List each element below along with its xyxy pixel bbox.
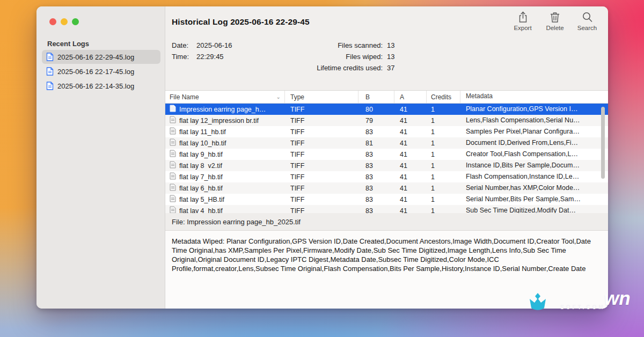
toolbar-button-label: Search — [577, 25, 597, 31]
selected-file-bar: File: Impression earring page_hb_2025.ti… — [165, 213, 608, 231]
stats-right: Files scanned:13Files wiped:13Lifetime c… — [165, 40, 404, 74]
close-window-button[interactable] — [49, 18, 56, 25]
stat-label: Files wiped: — [165, 53, 383, 61]
sidebar-item-log[interactable]: 2025-06-16 22-14-35.log — [42, 79, 160, 93]
log-file-icon — [46, 67, 54, 76]
cell-file-name: flat lay 8 v2.tif — [179, 162, 222, 170]
table-row[interactable]: flat lay 10_hb.tifTIFF81411Document ID,D… — [165, 137, 608, 149]
cell-after: 41 — [394, 162, 427, 170]
cell-type: TIFF — [285, 207, 358, 214]
stat-label: Files scanned: — [165, 41, 383, 49]
main-panel: Historical Log 2025-06-16 22-29-45 Expor… — [165, 6, 608, 309]
cell-before: 83 — [358, 162, 394, 170]
cell-credits: 1 — [427, 151, 460, 158]
file-icon — [170, 195, 176, 202]
column-header-a[interactable]: A — [394, 91, 427, 103]
cell-file-name: flat lay 10_hb.tif — [179, 140, 226, 147]
cell-file-name: flat lay 4_hb.tif — [179, 207, 223, 214]
page-title: Historical Log 2025-06-16 22-29-45 — [172, 17, 310, 27]
cell-credits: 1 — [427, 173, 460, 181]
cell-before: 83 — [358, 151, 394, 158]
cell-file-name: flat lay 7_hb.tif — [179, 173, 223, 181]
metadata-details-text: Metadata Wiped: Planar Configuration,GPS… — [172, 237, 591, 273]
export-button[interactable]: Export — [509, 11, 536, 31]
table-row[interactable]: flat lay 8 v2.tifTIFF83411Instance ID,Bi… — [165, 160, 608, 171]
stat-label: Lifetime credits used: — [165, 64, 383, 72]
table-row[interactable]: flat lay 6_hb.tifTIFF83411Serial Number,… — [165, 182, 608, 194]
log-file-icon — [46, 82, 54, 90]
table-row[interactable]: flat lay 11_hb.tifTIFF83411Samples Per P… — [165, 126, 608, 137]
watermark-text: wn — [604, 288, 631, 309]
cell-type: TIFF — [285, 185, 358, 192]
sidebar-item-log[interactable]: 2025-06-16 22-17-45.log — [42, 64, 160, 78]
cell-after: 41 — [394, 185, 427, 192]
search-button[interactable]: Search — [574, 11, 601, 31]
cell-credits: 1 — [427, 207, 460, 214]
file-icon — [170, 105, 176, 112]
vertical-scrollbar[interactable] — [601, 107, 605, 179]
log-file-name: 2025-06-16 22-29-45.log — [57, 53, 134, 61]
file-icon — [170, 127, 176, 135]
cell-credits: 1 — [427, 162, 460, 170]
file-icon-wrap — [170, 172, 176, 181]
table-row[interactable]: flat lay 9_hb.tifTIFF83411Creator Tool,F… — [165, 149, 608, 160]
file-icon — [170, 184, 176, 191]
cell-after: 41 — [394, 140, 427, 147]
cell-after: 41 — [394, 196, 427, 203]
cell-before: 83 — [358, 207, 394, 214]
cell-before: 83 — [358, 128, 394, 136]
file-icon-wrap — [170, 150, 176, 159]
cell-metadata: Document ID,Derived From,Lens,Fi… — [460, 137, 608, 149]
cell-before: 81 — [358, 140, 394, 147]
delete-button[interactable]: Delete — [541, 11, 568, 31]
desktop-background: Recent Logs 2025-06-16 22-29-45.log2025-… — [0, 0, 644, 337]
column-header-type[interactable]: Type — [285, 91, 358, 103]
stat-row: Lifetime credits used:37 — [165, 62, 404, 74]
table-row[interactable]: flat lay 12_impression br.tifTIFF79411Le… — [165, 115, 608, 126]
stat-value: 13 — [383, 53, 404, 61]
table-body: Impression earring page_h…TIFF80411Plana… — [165, 104, 608, 213]
table-row[interactable]: flat lay 7_hb.tifTIFF83411Flash Compensa… — [165, 171, 608, 182]
file-icon-wrap — [170, 105, 176, 114]
cell-type: TIFF — [285, 196, 358, 203]
sidebar-header: Recent Logs — [47, 40, 89, 48]
fullscreen-window-button[interactable] — [72, 18, 79, 25]
minimize-window-button[interactable] — [61, 18, 68, 25]
file-icon — [170, 150, 176, 157]
table-header: File Name⌄TypeBACreditsMetadata — [165, 91, 608, 104]
log-file-name: 2025-06-16 22-14-35.log — [57, 82, 134, 90]
file-icon-wrap — [170, 206, 176, 213]
column-header-b[interactable]: B — [358, 91, 394, 103]
toolbar-button-label: Export — [514, 25, 531, 31]
sidebar-item-log[interactable]: 2025-06-16 22-29-45.log — [42, 50, 160, 64]
stat-value: 37 — [383, 64, 404, 72]
cell-metadata: Serial Number,Bits Per Sample,Sam… — [460, 194, 608, 205]
file-icon-wrap — [170, 161, 176, 170]
cell-type: TIFF — [285, 128, 358, 136]
file-icon-wrap — [170, 116, 176, 125]
file-icon-wrap — [170, 184, 176, 193]
cell-type: TIFF — [285, 117, 358, 124]
cell-metadata: Planar Configuration,GPS Version I… — [460, 104, 608, 115]
sort-chevron-icon: ⌄ — [276, 94, 281, 100]
cell-before: 83 — [358, 196, 394, 203]
table-row[interactable]: flat lay 4_hb.tifTIFF83411Sub Sec Time D… — [165, 205, 608, 213]
column-header-metadata[interactable]: Metadata — [460, 91, 608, 103]
cell-credits: 1 — [427, 185, 460, 192]
column-header-credits[interactable]: Credits — [427, 91, 460, 103]
column-header-file-name[interactable]: File Name⌄ — [165, 91, 285, 103]
table-row[interactable]: Impression earring page_h…TIFF80411Plana… — [165, 104, 608, 115]
cell-after: 41 — [394, 151, 427, 158]
file-icon — [170, 138, 176, 146]
file-icon-wrap — [170, 138, 176, 148]
cell-after: 41 — [394, 106, 427, 113]
cell-file-name: flat lay 11_hb.tif — [179, 128, 226, 136]
stat-value: 13 — [383, 41, 404, 49]
cell-before: 83 — [358, 185, 394, 192]
cell-metadata: Serial Number,has XMP,Color Mode… — [460, 182, 608, 194]
cell-credits: 1 — [427, 196, 460, 203]
table-row[interactable]: flat lay 5_HB.tifTIFF83411Serial Number,… — [165, 194, 608, 205]
file-icon — [170, 116, 176, 123]
cell-metadata: Creator Tool,Flash Compensation,L… — [460, 149, 608, 160]
file-icon-wrap — [170, 127, 176, 136]
